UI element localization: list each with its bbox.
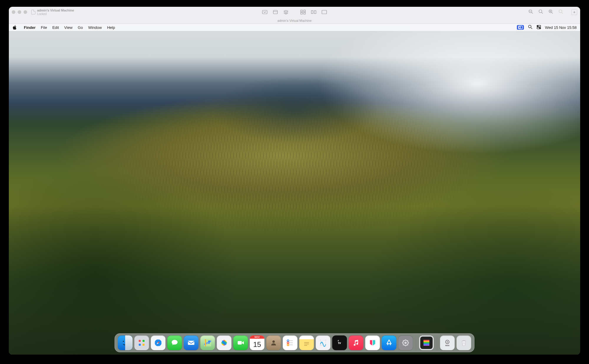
menu-go[interactable]: Go — [75, 25, 85, 30]
apple-menu-icon[interactable] — [12, 25, 17, 30]
layers-icon[interactable] — [283, 10, 289, 14]
svg-point-10 — [539, 10, 542, 13]
desktop-wallpaper[interactable] — [9, 24, 580, 355]
grid-icon[interactable] — [300, 10, 306, 14]
dock-news[interactable] — [365, 335, 380, 350]
svg-point-37 — [287, 342, 289, 344]
svg-rect-14 — [519, 27, 520, 28]
svg-point-36 — [287, 340, 289, 342]
dock-mail[interactable] — [184, 335, 198, 350]
dock-notes[interactable] — [299, 335, 314, 350]
svg-rect-24 — [139, 344, 141, 346]
control-center-icon[interactable] — [537, 25, 541, 30]
guest-screen: Finder File Edit View Go Window Help Wed… — [9, 24, 580, 355]
dock-config-file[interactable]: CONFIG — [440, 335, 455, 350]
svg-point-17 — [537, 26, 538, 27]
menu-datetime[interactable]: Wed 15 Nov 15:58 — [545, 25, 577, 30]
app-menu-finder[interactable]: Finder — [21, 25, 38, 30]
svg-rect-42 — [423, 340, 429, 341]
snapshot-icon[interactable] — [273, 10, 278, 14]
svg-point-29 — [208, 340, 210, 342]
svg-rect-46 — [423, 345, 429, 346]
fullscreen-icon[interactable] — [322, 10, 327, 14]
document-icon — [31, 10, 35, 14]
vm-toolbar-right: + — [528, 9, 577, 15]
dock-separator-2 — [437, 336, 437, 350]
svg-rect-2 — [301, 10, 302, 12]
svg-rect-3 — [304, 10, 305, 12]
vm-status: Locked — [37, 13, 74, 16]
dock-settings[interactable] — [398, 335, 413, 350]
svg-point-20 — [123, 341, 124, 342]
dock-maps[interactable] — [200, 335, 215, 350]
vm-toolbar-center — [262, 10, 327, 14]
dock-finder[interactable] — [118, 335, 133, 350]
svg-rect-6 — [311, 11, 313, 14]
svg-point-41 — [404, 342, 407, 344]
dock-photos[interactable] — [217, 335, 231, 350]
svg-rect-1 — [273, 10, 277, 14]
svg-point-35 — [272, 340, 275, 343]
svg-rect-43 — [423, 341, 429, 342]
svg-rect-4 — [301, 12, 302, 14]
svg-point-48 — [447, 341, 448, 343]
new-tab-button[interactable]: + — [571, 9, 577, 15]
menu-window[interactable]: Window — [85, 25, 104, 30]
dock-facetime[interactable] — [233, 335, 248, 350]
close-button[interactable] — [12, 10, 15, 14]
vm-tab-label[interactable]: admin's Virtual Machine — [277, 19, 312, 22]
zoom-out-icon[interactable] — [528, 9, 533, 15]
svg-rect-0 — [262, 10, 267, 14]
svg-rect-34 — [238, 341, 242, 345]
svg-point-19 — [539, 28, 540, 29]
menu-view[interactable]: View — [62, 25, 75, 30]
dock-calendar[interactable]: NOV 15 — [250, 335, 264, 350]
svg-point-38 — [287, 344, 289, 346]
split-view-icon[interactable] — [311, 10, 316, 14]
menu-edit[interactable]: Edit — [50, 25, 62, 30]
capture-screen-icon[interactable] — [262, 10, 267, 14]
svg-point-21 — [126, 341, 128, 342]
svg-point-15 — [528, 25, 531, 28]
dock-messages[interactable] — [167, 335, 182, 350]
dock-launchpad[interactable] — [134, 335, 149, 350]
menu-help[interactable]: Help — [105, 25, 118, 30]
dock-trash[interactable] — [456, 335, 471, 350]
vm-host-window: admin's Virtual Machine Locked + — [9, 7, 580, 355]
dock-safari[interactable] — [151, 335, 166, 350]
svg-rect-45 — [423, 343, 429, 345]
svg-rect-8 — [322, 10, 327, 14]
dock-tv[interactable]: tv — [332, 335, 347, 350]
vm-title-block: admin's Virtual Machine Locked — [31, 9, 74, 16]
svg-rect-22 — [139, 340, 141, 342]
dock-freeform[interactable] — [316, 335, 330, 350]
stage-manager-icon[interactable] — [517, 25, 524, 30]
calendar-day: 15 — [253, 339, 261, 350]
svg-text:CONFIG: CONFIG — [445, 345, 449, 346]
vm-titlebar: admin's Virtual Machine Locked + — [9, 7, 580, 17]
svg-rect-28 — [188, 341, 194, 345]
vm-title: admin's Virtual Machine — [37, 9, 74, 12]
menu-bar: Finder File Edit View Go Window Help Wed… — [9, 24, 580, 31]
dock-music[interactable] — [349, 335, 363, 350]
svg-rect-5 — [304, 12, 305, 14]
zoom-in-icon[interactable] — [548, 9, 553, 15]
menu-file[interactable]: File — [38, 25, 50, 30]
minimize-button[interactable] — [18, 10, 21, 14]
dock-separator — [416, 336, 416, 350]
svg-point-12 — [559, 10, 562, 13]
zoom-button[interactable] — [24, 10, 27, 14]
zoom-disabled-icon — [558, 9, 563, 15]
zoom-fit-icon[interactable] — [538, 9, 543, 15]
svg-text:tv: tv — [338, 341, 341, 345]
spotlight-icon[interactable] — [528, 25, 532, 30]
dock-appstore[interactable] — [382, 335, 396, 350]
svg-rect-44 — [423, 342, 429, 343]
dock-terminal[interactable] — [419, 335, 434, 350]
traffic-lights — [12, 10, 27, 14]
vm-tab-bar: admin's Virtual Machine — [9, 17, 580, 24]
dock-contacts[interactable] — [266, 335, 281, 350]
svg-rect-7 — [314, 11, 316, 14]
dock-reminders[interactable] — [283, 335, 297, 350]
svg-rect-25 — [143, 344, 145, 346]
